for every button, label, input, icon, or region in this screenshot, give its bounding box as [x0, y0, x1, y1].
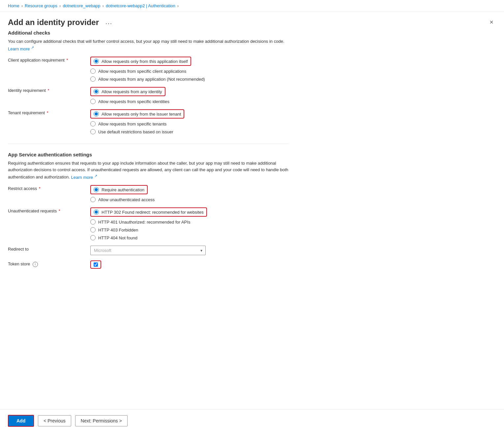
client-app-radio-input-1[interactable]	[90, 68, 96, 74]
identity-req-radio-input-1[interactable]	[90, 99, 96, 104]
restrict-access-radio-group: Require authentication Allow unauthentic…	[90, 185, 155, 202]
unauth-radio-input-1[interactable]	[90, 219, 96, 225]
required-star-restrict: *	[39, 186, 41, 191]
client-app-radio-2[interactable]: Allow requests from any application (Not…	[90, 76, 205, 82]
tenant-req-radio-input-0[interactable]	[94, 111, 99, 117]
breadcrumb-home[interactable]: Home	[8, 3, 19, 8]
page-header: Add an identity provider ... ×	[0, 12, 504, 30]
redirect-to-row: Redirect to Microsoft ▾	[8, 246, 289, 255]
token-store-checkbox[interactable]	[94, 262, 98, 267]
app-service-section: App Service authentication settings Requ…	[8, 152, 289, 269]
identity-req-radio-input-0[interactable]	[94, 89, 99, 94]
unauth-radio-3[interactable]: HTTP 404 Not found	[90, 235, 207, 240]
page-title: Add an identity provider	[8, 18, 99, 27]
client-application-label: Client application requirement *	[8, 57, 90, 63]
unauth-radio-input-2[interactable]	[90, 227, 96, 232]
required-star-tenant: *	[47, 110, 48, 115]
unauth-radio-input-0[interactable]	[94, 209, 99, 215]
breadcrumb-dotnetcore-webapp[interactable]: dotnetcore_webapp	[63, 3, 100, 8]
unauthenticated-requests-radio-group: HTTP 302 Found redirect: recommended for…	[90, 207, 207, 240]
identity-req-radio-1[interactable]: Allow requests from specific identities	[90, 99, 169, 104]
restrict-radio-input-1[interactable]	[90, 197, 96, 202]
identity-requirement-row: Identity requirement * Allow requests fr…	[8, 87, 289, 104]
tenant-requirement-row: Tenant requirement * Allow requests only…	[8, 109, 289, 134]
token-store-row: Token store i	[8, 260, 289, 269]
client-app-radio-input-0[interactable]	[94, 59, 99, 64]
app-service-desc: Requiring authentication ensures that re…	[8, 160, 289, 180]
breadcrumb: Home › Resource groups › dotnetcore_weba…	[0, 0, 504, 12]
tenant-req-radio-2[interactable]: Use default restrictions based on issuer	[90, 129, 184, 134]
redirect-to-dropdown-wrapper: Microsoft ▾	[90, 246, 206, 255]
breadcrumb-authentication[interactable]: dotnetcore-webapp2 | Authentication	[106, 3, 175, 8]
client-app-radio-0[interactable]: Allow requests only from this applicatio…	[90, 57, 205, 66]
client-application-row: Client application requirement * Allow r…	[8, 57, 289, 82]
tenant-requirement-label: Tenant requirement *	[8, 109, 90, 115]
unauth-radio-input-3[interactable]	[90, 235, 96, 240]
identity-req-radio-0[interactable]: Allow requests from any identity	[90, 87, 169, 96]
restrict-radio-1[interactable]: Allow unauthenticated access	[90, 197, 155, 202]
external-link-icon-2: ↗	[94, 174, 97, 177]
additional-checks-desc: You can configure additional checks that…	[8, 38, 289, 52]
ellipsis-button[interactable]: ...	[103, 17, 115, 27]
token-store-label: Token store i	[8, 260, 90, 267]
close-button[interactable]: ×	[487, 17, 496, 27]
required-star-unauth: *	[59, 208, 60, 213]
restrict-access-label: Restrict access *	[8, 185, 90, 191]
app-service-learn-more[interactable]: Learn more ↗	[71, 175, 97, 180]
client-application-radio-group: Allow requests only from this applicatio…	[90, 57, 205, 82]
additional-checks-title: Additional checks	[8, 30, 289, 36]
app-service-title: App Service authentication settings	[8, 152, 289, 157]
restrict-radio-input-0[interactable]	[94, 187, 99, 192]
tenant-requirement-radio-group: Allow requests only from the issuer tena…	[90, 109, 184, 134]
client-app-radio-1[interactable]: Allow requests from specific client appl…	[90, 68, 205, 74]
restrict-access-row: Restrict access * Require authentication…	[8, 185, 289, 202]
token-store-checkbox-wrapper	[90, 260, 101, 269]
unauthenticated-requests-row: Unauthenticated requests * HTTP 302 Foun…	[8, 207, 289, 240]
main-content: Additional checks You can configure addi…	[0, 30, 297, 311]
restrict-radio-0[interactable]: Require authentication	[90, 185, 155, 194]
unauth-radio-2[interactable]: HTTP 403 Forbidden	[90, 227, 207, 232]
external-link-icon: ↗	[31, 45, 34, 49]
additional-checks-section: Additional checks You can configure addi…	[8, 30, 289, 134]
tenant-req-radio-1[interactable]: Allow requests from specific tenants	[90, 121, 184, 126]
token-store-info-icon[interactable]: i	[33, 262, 38, 267]
unauth-radio-0[interactable]: HTTP 302 Found redirect: recommended for…	[90, 207, 207, 217]
section-divider	[8, 144, 289, 144]
tenant-req-radio-input-2[interactable]	[90, 129, 96, 134]
client-app-radio-input-2[interactable]	[90, 76, 96, 82]
redirect-to-select[interactable]: Microsoft	[90, 246, 206, 255]
tenant-req-radio-0[interactable]: Allow requests only from the issuer tena…	[90, 109, 184, 119]
identity-requirement-label: Identity requirement *	[8, 87, 90, 93]
required-star: *	[67, 58, 68, 63]
additional-checks-learn-more[interactable]: Learn more ↗	[8, 46, 34, 51]
breadcrumb-resource-groups[interactable]: Resource groups	[25, 3, 57, 8]
identity-requirement-radio-group: Allow requests from any identity Allow r…	[90, 87, 169, 104]
required-star-identity: *	[48, 88, 49, 93]
unauthenticated-requests-label: Unauthenticated requests *	[8, 207, 90, 213]
unauth-radio-1[interactable]: HTTP 401 Unauthorized: recommended for A…	[90, 219, 207, 225]
redirect-to-label: Redirect to	[8, 246, 90, 252]
tenant-req-radio-input-1[interactable]	[90, 121, 96, 126]
